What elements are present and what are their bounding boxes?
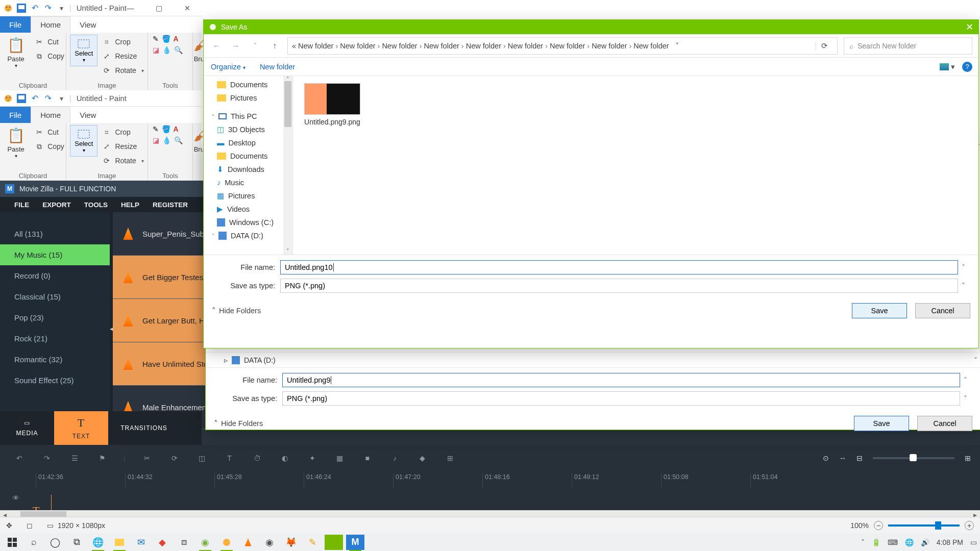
menu-register[interactable]: REGISTER — [153, 201, 188, 209]
zoom-slider[interactable] — [888, 524, 960, 527]
filename-dropdown-icon[interactable]: ˅ — [958, 263, 968, 271]
tab-home[interactable]: Home — [31, 107, 70, 123]
tree-node[interactable]: ▦Pictures — [204, 189, 292, 203]
tree-node-data[interactable]: DATA (D:) — [244, 356, 276, 364]
tree-node[interactable]: ♪Music — [204, 176, 292, 189]
text-icon[interactable]: T — [224, 452, 236, 464]
record-icon[interactable]: ■ — [361, 452, 374, 464]
save-button[interactable]: Save — [852, 303, 907, 318]
redo-icon[interactable]: ↷ — [41, 452, 53, 464]
mz-track-area[interactable]: 01:42:36 01:44:32 01:45:28 01:46:24 01:4… — [36, 473, 977, 495]
zoom-slider[interactable] — [873, 457, 954, 459]
cat-classical[interactable]: Classical (15) — [0, 286, 110, 307]
volume-icon[interactable]: 🔊 — [921, 538, 929, 546]
network-icon[interactable]: 🌐 — [905, 538, 914, 546]
cat-mymusic[interactable]: My Music (15) — [0, 244, 110, 265]
firefox-icon[interactable]: 🦊 — [282, 535, 300, 550]
tree-node[interactable]: ˃DATA (D:) — [204, 229, 292, 242]
edge-icon[interactable]: 🌐 — [89, 535, 107, 550]
folder-content[interactable]: Untitled.png9.png — [293, 76, 978, 255]
tab-file[interactable]: File — [0, 16, 31, 33]
zoom-out-button[interactable]: − — [874, 521, 883, 530]
qat-more-icon[interactable]: ▾ — [56, 93, 66, 104]
rotate-button[interactable]: ⟳Rotate — [102, 63, 143, 78]
zoom-out-icon[interactable]: ⊟ — [856, 454, 863, 462]
refresh-icon[interactable]: ⟳ — [816, 42, 833, 50]
vlc-icon[interactable] — [239, 535, 257, 550]
marker-icon[interactable]: ⚑ — [96, 452, 108, 464]
cut-button[interactable]: ✂Cut — [34, 125, 64, 139]
split-icon[interactable]: ✂ — [141, 452, 153, 464]
grid-icon[interactable]: ⊞ — [444, 452, 456, 464]
cancel-button[interactable]: Cancel — [917, 416, 972, 431]
menu-export[interactable]: EXPORT — [42, 201, 71, 209]
app-green-icon[interactable]: ◉ — [196, 535, 214, 550]
cancel-button[interactable]: Cancel — [915, 303, 970, 318]
audio-icon[interactable]: ♪ — [389, 452, 401, 464]
pencil-tool-icon[interactable]: ✎ — [153, 35, 159, 43]
tab-view[interactable]: View — [70, 16, 105, 33]
organize-dropdown[interactable]: Organize ▾ — [211, 63, 246, 71]
tree-node[interactable]: ▬Desktop — [204, 136, 292, 149]
hide-folders-toggle[interactable]: ˄Hide Folders — [212, 307, 261, 315]
close-button[interactable]: ✕ — [966, 21, 973, 33]
nav-up-icon[interactable]: ↑ — [268, 41, 281, 51]
new-folder-button[interactable]: New folder — [260, 63, 295, 71]
tab-home[interactable]: Home — [31, 16, 70, 33]
crop-button[interactable]: ⌗Crop — [102, 35, 143, 49]
paste-button[interactable]: 📋Paste▾ — [2, 125, 30, 159]
text-tool-icon[interactable]: A — [174, 35, 179, 43]
fill-tool-icon[interactable]: 🪣 — [162, 125, 170, 133]
picker-tool-icon[interactable]: 💧 — [162, 136, 171, 144]
loop-icon[interactable]: ⊙ — [823, 454, 829, 462]
notifications-icon[interactable]: ▭ — [970, 538, 977, 546]
tab-view[interactable]: View — [70, 107, 105, 123]
tree-node[interactable]: ⬇Downloads — [204, 163, 292, 176]
fit-icon[interactable]: ↔ — [839, 454, 846, 462]
nav-back-icon[interactable]: ← — [210, 41, 223, 51]
redo-icon[interactable]: ↶ — [43, 93, 53, 104]
rotate-icon[interactable]: ⟳ — [168, 452, 181, 464]
breadcrumb[interactable]: « New folder› New folder› New folder› Ne… — [287, 37, 838, 55]
filename-input[interactable]: Untitled.png10 — [280, 260, 958, 274]
copy-button[interactable]: ⧉Copy — [34, 49, 64, 63]
tab-file[interactable]: File — [0, 107, 31, 123]
nvidia-icon[interactable] — [325, 535, 343, 550]
cat-rock[interactable]: Rock (21) — [0, 328, 110, 349]
app-y-icon[interactable]: ✎ — [303, 535, 322, 550]
copy-button[interactable]: ⧉Copy — [34, 139, 64, 154]
cut-button[interactable]: ✂Cut — [34, 35, 64, 49]
select-button[interactable]: Select▾ — [70, 35, 97, 66]
crop-button[interactable]: ⌗Crop — [102, 125, 143, 139]
text-tool-icon[interactable]: A — [174, 125, 179, 133]
pencil-tool-icon[interactable]: ✎ — [153, 125, 159, 133]
tree-node[interactable]: Windows (C:) — [204, 216, 292, 229]
cat-all[interactable]: All (131) — [0, 223, 110, 244]
redo-icon[interactable]: ↶ — [43, 3, 53, 13]
zoom-in-button[interactable]: + — [965, 521, 974, 530]
hide-folders-toggle[interactable]: ˄Hide Folders — [214, 419, 263, 428]
cortana-icon[interactable]: ◯ — [46, 535, 64, 550]
minimize-button[interactable]: — — [116, 0, 144, 16]
maximize-button[interactable]: ▢ — [144, 0, 173, 16]
tree-node[interactable]: ◫3D Objects — [204, 123, 292, 136]
menu-file[interactable]: FILE — [14, 201, 29, 209]
nav-recent-icon[interactable]: ˅ — [249, 42, 262, 49]
keyframe-icon[interactable]: ◆ — [416, 452, 429, 464]
battery-icon[interactable]: 🔋 — [872, 538, 880, 546]
task-view-icon[interactable]: ⧉ — [67, 535, 86, 550]
eye-icon[interactable]: 👁 — [12, 494, 19, 502]
paint-taskbar-icon[interactable] — [217, 535, 236, 550]
search-input[interactable]: ⌕ Search New folder — [844, 37, 972, 55]
resize-button[interactable]: ⤢Resize — [102, 49, 143, 63]
tree-node[interactable]: Documents — [204, 149, 292, 163]
resize-button[interactable]: ⤢Resize — [102, 139, 143, 154]
eraser-tool-icon[interactable]: ◪ — [153, 46, 159, 54]
libtab-transitions[interactable]: TRANSITIONS — [108, 411, 180, 445]
undo-icon[interactable]: ↶ — [30, 3, 40, 13]
tree-scrollbar[interactable]: ˄ ˅ — [283, 76, 292, 255]
save-button[interactable]: Save — [854, 416, 909, 431]
save-icon[interactable] — [16, 3, 27, 13]
crop-icon[interactable]: ◫ — [196, 452, 208, 464]
keyboard-icon[interactable]: ⌨ — [888, 538, 898, 546]
